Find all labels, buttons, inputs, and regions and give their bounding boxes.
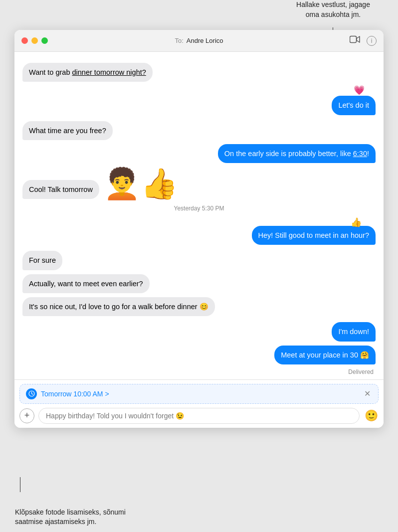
svg-rect-0 xyxy=(350,36,357,43)
scheduled-banner: Tomorrow 10:00 AM > ✕ xyxy=(19,384,379,404)
bubble-incoming: What time are you free? xyxy=(22,121,113,140)
title-bar: To: Andre Lorico i xyxy=(14,30,384,52)
bubble-outgoing: I'm down! xyxy=(332,322,376,341)
scheduled-text[interactable]: Tomorrow 10:00 AM > xyxy=(41,390,109,398)
reaction-container: 💗 xyxy=(22,85,376,96)
message-row: Actually, want to meet even earlier? xyxy=(22,274,376,293)
input-row: + 🙂 xyxy=(19,408,379,424)
messages-window: To: Andre Lorico i Want to grab dinner t… xyxy=(14,30,384,428)
scheduled-close-button[interactable]: ✕ xyxy=(362,389,372,399)
message-row: It's so nice out, I'd love to go for a w… xyxy=(22,297,376,316)
callout-bottom-line xyxy=(20,477,20,492)
message-row: Want to grab dinner tomorrow night? xyxy=(22,63,376,82)
bubble-incoming: For sure xyxy=(22,251,62,270)
svg-line-3 xyxy=(31,394,33,395)
timestamp-divider: Yesterday 5:30 PM xyxy=(22,205,376,212)
minimize-button[interactable] xyxy=(31,37,38,44)
title-bar-center: To: Andre Lorico xyxy=(175,37,223,44)
clock-icon xyxy=(26,388,37,399)
bubble-outgoing: Let's do it xyxy=(332,96,376,115)
delivered-label: Delivered xyxy=(22,368,374,375)
title-name: Andre Lorico xyxy=(187,37,223,44)
message-row: Meet at your place in 30 🤗 xyxy=(22,346,376,364)
bubble-outgoing: Hey! Still good to meet in an hour? xyxy=(252,226,376,245)
add-button[interactable]: + xyxy=(19,408,34,423)
close-button[interactable] xyxy=(21,37,28,44)
message-row: What time are you free? xyxy=(22,121,376,140)
emoji-button[interactable]: 🙂 xyxy=(364,408,379,423)
maximize-button[interactable] xyxy=(41,37,48,44)
info-button[interactable]: i xyxy=(367,36,377,46)
traffic-lights xyxy=(21,37,48,44)
message-row: I'm down! xyxy=(22,322,376,341)
scheduled-left: Tomorrow 10:00 AM > xyxy=(26,388,109,399)
message-row: Let's do it xyxy=(22,96,376,115)
reaction-outgoing: 👍 xyxy=(22,217,362,228)
bubble-outgoing: Meet at your place in 30 🤗 xyxy=(274,346,376,364)
bubble-outgoing: On the early side is probably better, li… xyxy=(218,144,376,163)
callout-bottom: Klõpsake fotode lisamiseks, sõnumi saatm… xyxy=(15,508,145,527)
message-row-memoji: Cool! Talk tomorrow 🧑‍🦱👍 xyxy=(22,169,376,199)
message-row: Hey! Still good to meet in an hour? xyxy=(22,226,376,245)
bubble-incoming: Cool! Talk tomorrow xyxy=(22,180,99,199)
video-icon[interactable] xyxy=(350,35,361,46)
title-to-label: To: xyxy=(175,37,183,44)
bubble-incoming: Want to grab dinner tomorrow night? xyxy=(22,63,153,82)
reaction-emoji-outgoing: 👍 xyxy=(351,217,362,228)
messages-area[interactable]: Want to grab dinner tomorrow night? 💗 Le… xyxy=(14,52,384,379)
message-row: On the early side is probably better, li… xyxy=(22,144,376,163)
message-link: dinner tomorrow night? xyxy=(72,68,146,76)
bubble-incoming: Actually, want to meet even earlier? xyxy=(22,274,150,293)
message-link: 6:30 xyxy=(353,150,367,158)
message-row: For sure xyxy=(22,251,376,270)
memoji-sticker: 🧑‍🦱👍 xyxy=(103,169,178,199)
input-area: Tomorrow 10:00 AM > ✕ + 🙂 xyxy=(14,379,384,428)
title-bar-actions: i xyxy=(350,35,377,46)
reaction-emoji: 💗 xyxy=(354,85,365,96)
callout-top: Hallake vestlust, jagage oma asukohta jm… xyxy=(283,0,383,19)
bubble-incoming: It's so nice out, I'd love to go for a w… xyxy=(22,297,215,316)
message-input[interactable] xyxy=(38,408,360,424)
